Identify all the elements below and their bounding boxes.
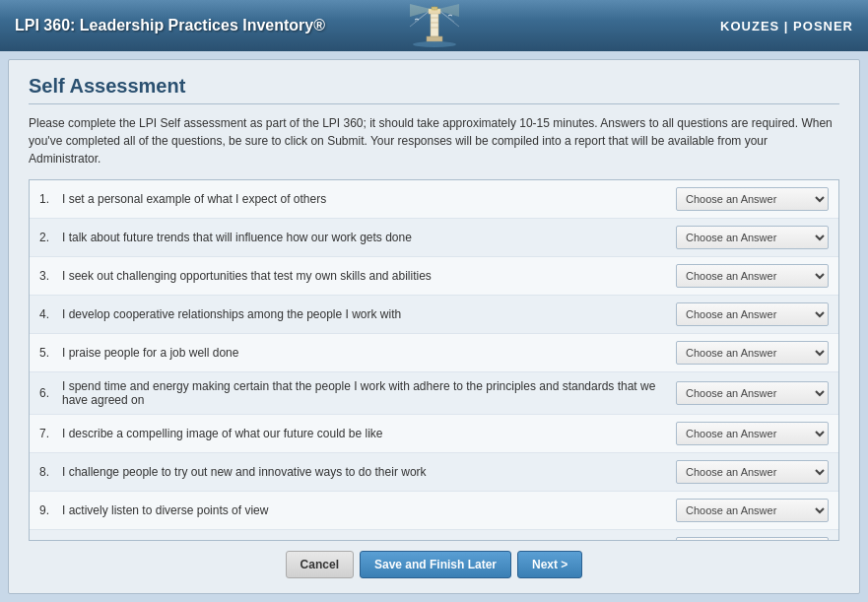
svg-point-13 [413, 41, 456, 47]
answer-select-9[interactable]: Choose an Answer1 - Almost Never2 - Rare… [676, 499, 829, 522]
table-row: 6.I spend time and energy making certain… [30, 372, 838, 415]
main-container: Self Assessment Please complete the LPI … [8, 59, 860, 594]
answer-select-3[interactable]: Choose an Answer1 - Almost Never2 - Rare… [676, 264, 829, 288]
question-text: I praise people for a job well done [62, 346, 676, 360]
svg-rect-9 [431, 17, 438, 19]
table-row: 1.I set a personal example of what I exp… [30, 180, 838, 219]
svg-rect-11 [431, 27, 438, 29]
question-text: I develop cooperative relationships amon… [62, 307, 676, 321]
next-button[interactable]: Next > [517, 551, 582, 578]
table-row: 8.I challenge people to try out new and … [30, 453, 838, 492]
question-text: I set a personal example of what I expec… [62, 192, 676, 206]
instructions-text: Please complete the LPI Self assessment … [29, 114, 839, 167]
question-number: 5. [39, 346, 57, 360]
header: LPI 360: Leadership Practices Inventory® [0, 0, 868, 51]
app-title: LPI 360: Leadership Practices Inventory® [15, 17, 325, 34]
table-row: 2.I talk about future trends that will i… [30, 219, 838, 257]
table-row: 4.I develop cooperative relationships am… [30, 296, 838, 334]
footer-buttons: Cancel Save and Finish Later Next > [29, 541, 839, 583]
question-number: 7. [39, 427, 57, 440]
svg-rect-10 [431, 22, 438, 24]
answer-select-8[interactable]: Choose an Answer1 - Almost Never2 - Rare… [676, 460, 829, 484]
answer-select-7[interactable]: Choose an Answer1 - Almost Never2 - Rare… [676, 422, 829, 445]
question-number: 2. [39, 231, 57, 244]
question-number: 3. [39, 269, 57, 283]
page-title: Self Assessment [29, 75, 839, 104]
question-number: 6. [39, 386, 57, 400]
question-text: I challenge people to try out new and in… [62, 465, 676, 479]
question-number: 4. [39, 307, 57, 321]
answer-select-6[interactable]: Choose an Answer1 - Almost Never2 - Rare… [676, 381, 829, 405]
question-number: 8. [39, 465, 57, 479]
brand-text: KOUZES | POSNER [720, 19, 853, 33]
header-logo [405, 2, 464, 52]
answer-select-1[interactable]: Choose an Answer1 - Almost Never2 - Rare… [676, 187, 829, 211]
question-text: I seek out challenging opportunities tha… [62, 269, 676, 283]
question-number: 9. [39, 503, 57, 517]
question-text: I spend time and energy making certain t… [62, 379, 676, 407]
table-row: 5.I praise people for a job well doneCho… [30, 334, 838, 372]
cancel-button[interactable]: Cancel [286, 551, 354, 578]
question-text: I actively listen to diverse points of v… [62, 503, 676, 517]
svg-rect-12 [427, 36, 442, 41]
table-row: 10.I make it a point to let people know … [30, 530, 838, 541]
svg-rect-4 [431, 12, 438, 36]
questions-container: 1.I set a personal example of what I exp… [29, 179, 839, 541]
question-text: I describe a compelling image of what ou… [62, 427, 676, 440]
question-number: 1. [39, 192, 57, 206]
question-text: I talk about future trends that will inf… [62, 231, 676, 244]
answer-select-2[interactable]: Choose an Answer1 - Almost Never2 - Rare… [676, 226, 829, 249]
table-row: 7.I describe a compelling image of what … [30, 415, 838, 453]
answer-select-5[interactable]: Choose an Answer1 - Almost Never2 - Rare… [676, 341, 829, 365]
save-later-button[interactable]: Save and Finish Later [360, 551, 511, 578]
answer-select-4[interactable]: Choose an Answer1 - Almost Never2 - Rare… [676, 302, 829, 326]
table-row: 3.I seek out challenging opportunities t… [30, 257, 838, 296]
table-row: 9.I actively listen to diverse points of… [30, 492, 838, 530]
